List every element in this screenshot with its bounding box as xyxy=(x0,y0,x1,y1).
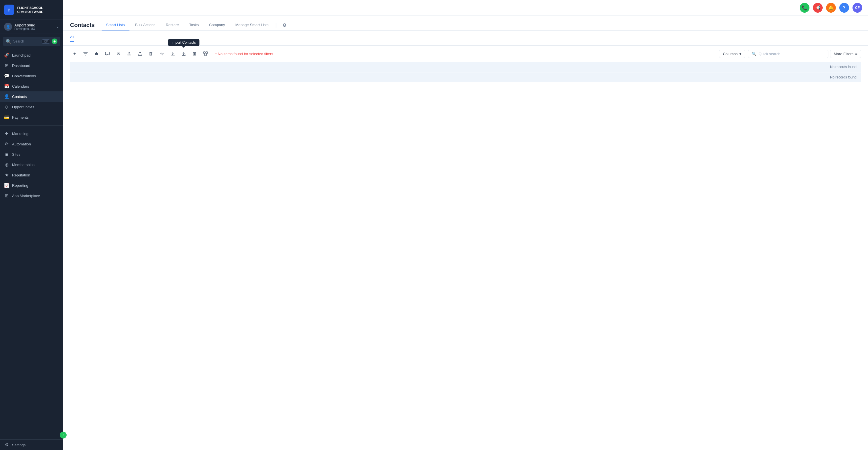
all-sub-tab[interactable]: All xyxy=(70,35,74,42)
sidebar-item-launchpad[interactable]: 🚀 Launchpad xyxy=(0,50,63,60)
bot-button[interactable] xyxy=(92,49,101,58)
sidebar-item-label: Launchpad xyxy=(12,53,30,57)
tab-smart-lists[interactable]: Smart Lists xyxy=(102,20,129,30)
settings-icon: ⚙ xyxy=(4,442,9,447)
user-avatar-button[interactable]: CF xyxy=(852,3,862,12)
svg-rect-5 xyxy=(127,55,131,55)
svg-rect-8 xyxy=(205,54,206,56)
sidebar-item-marketing[interactable]: ✈ Marketing xyxy=(0,129,63,139)
sidebar: r FLIGHT SCHOOL CRM SOFTWARE 👤 Airport S… xyxy=(0,0,63,450)
topbar: 📞 📢 🔔 ? CF xyxy=(63,0,868,16)
sidebar-collapse-button[interactable]: ‹ xyxy=(60,431,67,439)
search-add-button[interactable]: + xyxy=(52,38,57,44)
share-button[interactable] xyxy=(135,49,145,58)
workspace-name: Airport Sync xyxy=(14,23,54,27)
filter-button[interactable] xyxy=(81,49,90,58)
launchpad-icon: 🚀 xyxy=(4,53,9,58)
import-wrap: Import Contacts xyxy=(179,49,188,58)
filter-lines-icon: ≡ xyxy=(855,52,857,56)
star-button[interactable]: ☆ xyxy=(157,49,166,58)
marketing-icon: ✈ xyxy=(4,131,9,136)
sidebar-item-contacts[interactable]: 👤 Contacts xyxy=(0,91,63,102)
sidebar-item-reporting[interactable]: 📈 Reporting xyxy=(0,180,63,191)
more-filters-label: More Filters xyxy=(834,52,854,56)
tab-restore[interactable]: Restore xyxy=(161,20,183,30)
sidebar-item-payments[interactable]: 💳 Payments xyxy=(0,112,63,122)
download-button[interactable] xyxy=(168,49,177,58)
workspace-info: Airport Sync Farmington, MO xyxy=(14,23,54,30)
app-marketplace-icon: ⊞ xyxy=(4,193,9,198)
merge-delete-button[interactable]: 🗑 xyxy=(190,49,199,58)
sidebar-item-label: Sites xyxy=(12,152,20,157)
email-button[interactable]: ✉ xyxy=(114,49,123,58)
sidebar-item-conversations[interactable]: 💬 Conversations xyxy=(0,71,63,81)
sidebar-item-label: App Marketplace xyxy=(12,194,40,198)
no-items-message: * No items found for selected filters xyxy=(215,52,717,56)
sidebar-item-app-marketplace[interactable]: ⊞ App Marketplace xyxy=(0,191,63,201)
chevron-down-icon: ⌄ xyxy=(56,25,59,29)
sidebar-item-dashboard[interactable]: ⊞ Dashboard xyxy=(0,60,63,71)
sidebar-item-label: Conversations xyxy=(12,74,36,78)
help-icon-button[interactable]: ? xyxy=(839,3,849,12)
nav-divider xyxy=(0,125,63,125)
sidebar-item-calendars[interactable]: 📅 Calendars xyxy=(0,81,63,91)
sidebar-item-label: Contacts xyxy=(12,94,27,99)
conversations-icon: 💬 xyxy=(4,73,9,79)
sidebar-bottom: ⚙ Settings xyxy=(0,439,63,450)
tab-manage-smart-lists[interactable]: Manage Smart Lists xyxy=(231,20,273,30)
workspace-selector[interactable]: 👤 Airport Sync Farmington, MO ⌄ xyxy=(0,20,63,34)
no-records-row-2: No records found xyxy=(70,73,861,82)
contacts-icon: 👤 xyxy=(4,94,9,99)
sidebar-item-reputation[interactable]: ★ Reputation xyxy=(0,170,63,180)
reputation-icon: ★ xyxy=(4,172,9,177)
message-button[interactable] xyxy=(103,49,112,58)
opportunities-icon: ◇ xyxy=(4,104,9,110)
sidebar-item-memberships[interactable]: ◎ Memberships xyxy=(0,160,63,170)
sidebar-item-settings[interactable]: ⚙ Settings xyxy=(0,440,63,450)
import-contacts-button[interactable] xyxy=(179,49,188,58)
search-kbd: ⌘K xyxy=(42,39,50,44)
sidebar-item-opportunities[interactable]: ◇ Opportunities xyxy=(0,102,63,112)
quick-search-input[interactable] xyxy=(758,52,825,56)
upload-alt-button[interactable] xyxy=(125,49,134,58)
logo-icon: r xyxy=(4,5,14,15)
more-filters-button[interactable]: More Filters ≡ xyxy=(830,50,861,58)
sidebar-item-label: Calendars xyxy=(12,84,29,88)
main-content: 📞 📢 🔔 ? CF Contacts Smart Lists Bulk Act… xyxy=(63,0,868,450)
phone-icon-button[interactable]: 📞 xyxy=(800,3,809,12)
tab-company[interactable]: Company xyxy=(205,20,229,30)
megaphone-icon-button[interactable]: 📢 xyxy=(813,3,823,12)
sites-icon: ▣ xyxy=(4,152,9,157)
tab-divider: | xyxy=(275,23,276,28)
sidebar-item-automation[interactable]: ⟳ Automation xyxy=(0,139,63,149)
workspace-avatar: 👤 xyxy=(4,23,12,31)
sidebar-item-sites[interactable]: ▣ Sites xyxy=(0,149,63,160)
sidebar-item-label: Reporting xyxy=(12,183,28,188)
sidebar-item-label: Opportunities xyxy=(12,105,34,109)
sidebar-item-label: Reputation xyxy=(12,173,30,177)
sidebar-nav: r FLIGHT SCHOOL CRM SOFTWARE 👤 Airport S… xyxy=(0,0,63,450)
svg-point-2 xyxy=(97,54,97,54)
quick-search-container: 🔍 xyxy=(748,50,828,58)
settings-gear-icon-button[interactable]: ⚙ xyxy=(280,20,289,30)
page-title: Contacts xyxy=(70,22,95,28)
columns-button[interactable]: Columns ▾ xyxy=(719,50,745,58)
app-logo: r FLIGHT SCHOOL CRM SOFTWARE xyxy=(0,0,63,20)
search-input[interactable] xyxy=(13,39,40,44)
reporting-icon: 📈 xyxy=(4,183,9,188)
logo-text: FLIGHT SCHOOL CRM SOFTWARE xyxy=(17,6,43,14)
bell-icon-button[interactable]: 🔔 xyxy=(826,3,836,12)
calendars-icon: 📅 xyxy=(4,84,9,89)
add-contact-button[interactable]: + xyxy=(70,49,79,58)
search-icon: 🔍 xyxy=(6,39,11,44)
merge-button[interactable] xyxy=(201,49,210,58)
payments-icon: 💳 xyxy=(4,115,9,120)
sidebar-search[interactable]: 🔍 ⌘K + xyxy=(3,37,60,46)
page-header: Contacts Smart Lists Bulk Actions Restor… xyxy=(63,16,868,31)
tab-tasks[interactable]: Tasks xyxy=(185,20,203,30)
sidebar-item-label: Dashboard xyxy=(12,63,30,68)
contacts-sub-header: All xyxy=(63,31,868,46)
columns-chevron-icon: ▾ xyxy=(739,52,741,56)
trash-button[interactable]: 🗑 xyxy=(146,49,156,58)
tab-bulk-actions[interactable]: Bulk Actions xyxy=(131,20,160,30)
